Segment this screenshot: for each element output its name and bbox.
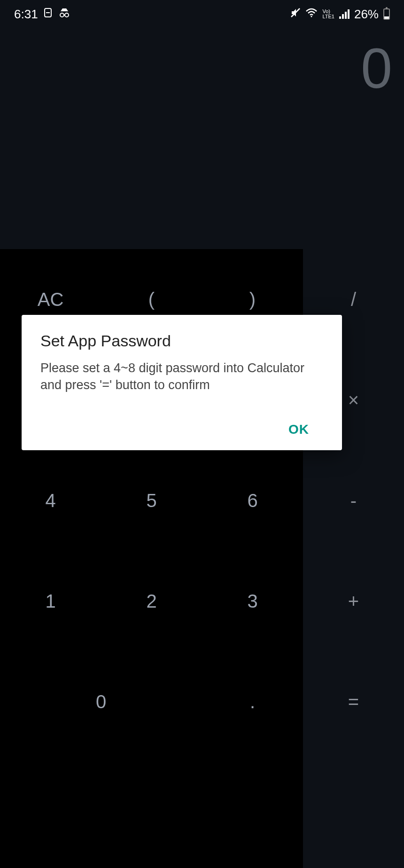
- key-equals[interactable]: =: [303, 651, 404, 752]
- mute-icon: [290, 8, 301, 21]
- key-6[interactable]: 6: [202, 450, 303, 551]
- status-time: 6:31: [14, 7, 38, 22]
- ok-button[interactable]: OK: [288, 422, 309, 437]
- svg-point-6: [311, 16, 312, 17]
- key-subtract[interactable]: -: [303, 450, 404, 551]
- status-left: 6:31: [14, 7, 71, 22]
- dialog-message: Please set a 4~8 digit password into Cal…: [40, 360, 323, 394]
- wifi-icon: [305, 8, 318, 21]
- svg-point-3: [65, 13, 69, 17]
- key-5[interactable]: 5: [101, 450, 202, 551]
- status-bar: 6:31 Vo) LTE1 26%: [0, 0, 404, 28]
- dialog-actions: OK: [40, 422, 323, 437]
- display-value: 0: [361, 40, 392, 96]
- svg-point-2: [60, 13, 64, 17]
- password-dialog: Set App Password Please set a 4~8 digit …: [22, 315, 342, 450]
- calc-display: 0: [0, 28, 404, 249]
- key-2[interactable]: 2: [101, 551, 202, 651]
- key-0[interactable]: 0: [0, 651, 202, 752]
- volte-bottom: LTE1: [322, 14, 334, 19]
- volte-indicator: Vo) LTE1: [322, 9, 334, 19]
- key-4[interactable]: 4: [0, 450, 101, 551]
- app-indicator-icon: [44, 8, 52, 21]
- key-add[interactable]: +: [303, 551, 404, 651]
- signal-icon: [339, 9, 350, 19]
- key-decimal[interactable]: .: [202, 651, 303, 752]
- incognito-icon: [58, 8, 71, 21]
- battery-percent: 26%: [354, 7, 379, 22]
- status-right: Vo) LTE1 26%: [290, 7, 390, 22]
- dialog-title: Set App Password: [40, 332, 323, 350]
- battery-icon: [383, 8, 390, 20]
- key-3[interactable]: 3: [202, 551, 303, 651]
- key-1[interactable]: 1: [0, 551, 101, 651]
